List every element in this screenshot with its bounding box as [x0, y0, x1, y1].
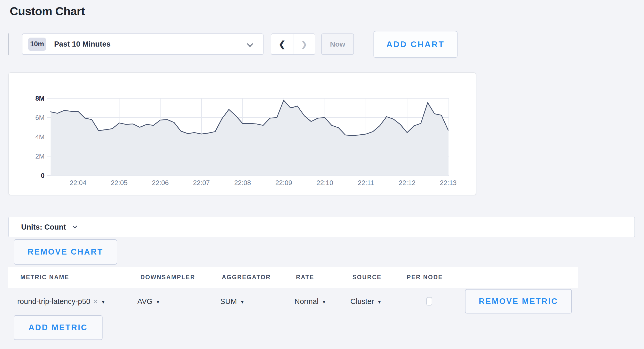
- caret-down-icon: ▾: [157, 298, 159, 305]
- time-next-button[interactable]: ❯: [293, 34, 315, 54]
- downsampler-dropdown[interactable]: AVG ▾: [137, 293, 159, 310]
- source-dropdown[interactable]: Cluster ▾: [350, 293, 381, 310]
- column-header-downsampler: DOWNSAMPLER: [140, 267, 195, 288]
- svg-text:4M: 4M: [35, 133, 45, 141]
- svg-text:2M: 2M: [35, 152, 45, 160]
- downsampler-value: AVG: [137, 297, 152, 306]
- time-nav-group: ❮ ❯: [271, 33, 315, 55]
- chevron-left-icon: ❮: [278, 39, 286, 49]
- caret-down-icon: ▾: [378, 298, 381, 305]
- svg-text:0: 0: [41, 172, 45, 179]
- add-chart-button[interactable]: ADD CHART: [374, 31, 457, 58]
- metrics-table-header: METRIC NAME DOWNSAMPLER AGGREGATOR RATE …: [8, 267, 578, 288]
- column-header-source: SOURCE: [352, 267, 382, 288]
- caret-down-icon: ▾: [241, 298, 244, 305]
- time-range-dropdown[interactable]: 10m Past 10 Minutes: [22, 33, 264, 55]
- units-label: Units: Count: [21, 223, 66, 231]
- svg-text:22:10: 22:10: [316, 179, 333, 187]
- custom-chart-page: Custom Chart 10m Past 10 Minutes ❮ ❯ Now…: [0, 0, 644, 349]
- svg-text:22:12: 22:12: [399, 179, 416, 187]
- svg-text:22:07: 22:07: [193, 179, 210, 187]
- svg-text:22:11: 22:11: [358, 179, 374, 187]
- now-button[interactable]: Now: [321, 33, 354, 55]
- aggregator-dropdown[interactable]: SUM ▾: [220, 293, 244, 310]
- page-title: Custom Chart: [10, 5, 85, 18]
- metric-name-value: round-trip-latency-p50: [17, 297, 90, 306]
- time-range-label: Past 10 Minutes: [54, 40, 111, 48]
- svg-text:6M: 6M: [35, 114, 45, 121]
- column-header-rate: RATE: [296, 267, 314, 288]
- remove-metric-button[interactable]: REMOVE METRIC: [465, 289, 572, 313]
- svg-text:8M: 8M: [35, 94, 45, 102]
- chevron-down-icon: [247, 41, 253, 47]
- column-header-metric-name: METRIC NAME: [20, 267, 69, 288]
- chevron-right-icon: ❯: [300, 39, 308, 49]
- metric-chart-card: 02M4M6M8M22:0422:0522:0622:0722:0822:092…: [8, 72, 476, 195]
- svg-text:22:06: 22:06: [152, 179, 169, 187]
- svg-text:22:09: 22:09: [275, 179, 292, 187]
- units-dropdown[interactable]: Units: Count: [8, 217, 635, 237]
- caret-down-icon: ▾: [323, 298, 325, 305]
- metric-name-dropdown[interactable]: round-trip-latency-p50 × ▾: [17, 293, 105, 310]
- time-prev-button[interactable]: ❮: [271, 34, 293, 54]
- aggregator-value: SUM: [220, 297, 237, 306]
- remove-chart-button[interactable]: REMOVE CHART: [14, 239, 117, 265]
- section-accent-bar: [8, 33, 9, 55]
- add-metric-button[interactable]: ADD METRIC: [14, 315, 103, 340]
- column-header-per-node: PER NODE: [407, 267, 443, 288]
- svg-text:22:05: 22:05: [111, 179, 128, 187]
- svg-text:22:04: 22:04: [70, 179, 86, 187]
- per-node-checkbox[interactable]: [426, 297, 432, 306]
- rate-value: Normal: [294, 297, 318, 306]
- close-icon[interactable]: ×: [93, 297, 98, 306]
- svg-text:22:13: 22:13: [440, 179, 456, 187]
- chevron-down-icon: [72, 224, 77, 228]
- svg-text:22:08: 22:08: [234, 179, 251, 187]
- rate-dropdown[interactable]: Normal ▾: [294, 293, 325, 310]
- time-range-badge: 10m: [28, 38, 46, 51]
- source-value: Cluster: [350, 297, 374, 306]
- timeseries-area-chart: 02M4M6M8M22:0422:0522:0622:0722:0822:092…: [9, 73, 476, 195]
- column-header-aggregator: AGGREGATOR: [222, 267, 271, 288]
- caret-down-icon: ▾: [102, 298, 105, 305]
